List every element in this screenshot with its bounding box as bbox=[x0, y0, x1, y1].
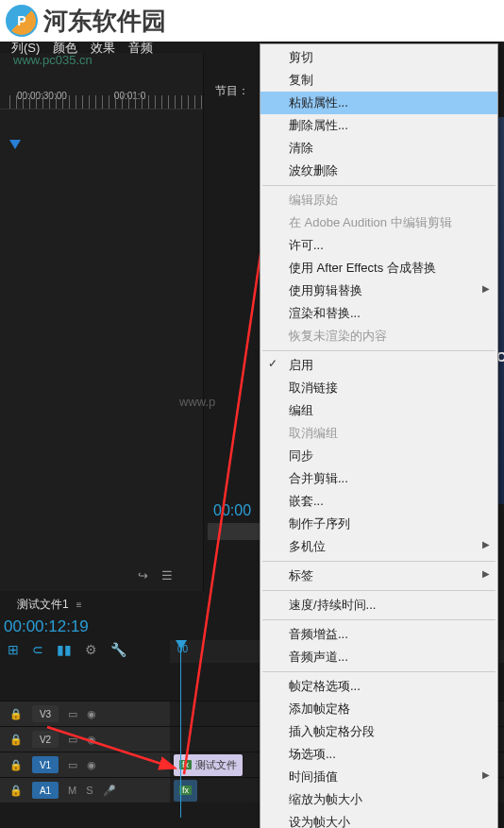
timeline-tools: ⊞ ⊂ ▮▮ ⚙ 🔧 bbox=[8, 642, 126, 657]
menu-item-4[interactable]: 清除 bbox=[260, 137, 497, 160]
lock-icon[interactable]: 🔒 bbox=[9, 734, 23, 746]
watermark-1: www.pc035.cn bbox=[13, 53, 92, 67]
settings-icon[interactable]: ⚙ bbox=[85, 642, 97, 657]
logo-text: 河东软件园 bbox=[43, 5, 166, 38]
menu-item-38[interactable]: 设为帧大小 bbox=[260, 811, 497, 828]
menu-item-0[interactable]: 剪切 bbox=[260, 46, 497, 69]
context-menu: 剪切复制粘贴属性...删除属性...清除波纹删除编辑原始在 Adobe Audi… bbox=[260, 43, 498, 828]
submenu-arrow-icon: ▶ bbox=[482, 539, 490, 549]
lock-icon[interactable]: 🔒 bbox=[9, 759, 23, 771]
menu-item-15[interactable]: 启用✓ bbox=[260, 354, 497, 377]
menu-item-12[interactable]: 渲染和替换... bbox=[260, 302, 497, 325]
mic-icon[interactable]: 🎤 bbox=[103, 785, 116, 797]
menu-separator bbox=[262, 590, 496, 591]
playhead-icon[interactable] bbox=[9, 140, 21, 149]
eye-icon[interactable]: ◉ bbox=[87, 708, 96, 720]
menu-separator bbox=[262, 185, 496, 186]
menu-item-30[interactable]: 音频声道... bbox=[260, 646, 497, 668]
solo-icon[interactable]: S bbox=[86, 785, 92, 796]
linked-selection-icon[interactable]: ⊂ bbox=[32, 642, 43, 657]
ruler-line bbox=[9, 95, 203, 109]
menu-item-1[interactable]: 复制 bbox=[260, 69, 497, 92]
menu-item-11[interactable]: 使用剪辑替换▶ bbox=[260, 279, 497, 302]
menu-separator bbox=[262, 671, 496, 672]
menu-item-17[interactable]: 编组 bbox=[260, 399, 497, 422]
eye-icon[interactable]: ◉ bbox=[87, 759, 96, 771]
menu-item-20[interactable]: 合并剪辑... bbox=[260, 467, 497, 490]
menu-item-22[interactable]: 制作子序列 bbox=[260, 513, 497, 535]
sequence-tab-menu-icon[interactable]: ≡ bbox=[76, 600, 82, 610]
track-badge-v3[interactable]: V3 bbox=[32, 705, 59, 722]
menu-item-21[interactable]: 嵌套... bbox=[260, 490, 497, 513]
mute-icon[interactable]: M bbox=[68, 785, 76, 796]
watermark-2: www.p bbox=[179, 395, 215, 409]
panel-menu-icon[interactable]: ☰ bbox=[161, 568, 173, 583]
submenu-arrow-icon: ▶ bbox=[482, 283, 490, 294]
eye-icon[interactable]: ◉ bbox=[87, 734, 96, 746]
lock-icon[interactable]: 🔒 bbox=[9, 785, 23, 797]
menu-item-34[interactable]: 插入帧定格分段 bbox=[260, 720, 497, 743]
wrench-icon[interactable]: 🔧 bbox=[110, 642, 126, 657]
menu-separator bbox=[262, 350, 496, 351]
sequence-tab-label: 测试文件1 bbox=[17, 597, 69, 613]
snap-icon[interactable]: ⊞ bbox=[8, 642, 19, 657]
audio-clip[interactable]: fx bbox=[174, 780, 197, 802]
source-panel: 00:00:30:00 00:01:0 bbox=[0, 53, 204, 591]
menu-item-13: 恢复未渲染的内容 bbox=[260, 325, 497, 347]
menu-item-27[interactable]: 速度/持续时间... bbox=[260, 594, 497, 617]
track-badge-v1[interactable]: V1 bbox=[32, 756, 59, 773]
menu-item-32[interactable]: 帧定格选项... bbox=[260, 675, 497, 698]
check-icon: ✓ bbox=[268, 357, 277, 370]
submenu-arrow-icon: ▶ bbox=[482, 769, 490, 780]
scrollbar-strip[interactable] bbox=[208, 523, 260, 540]
menu-item-7: 编辑原始 bbox=[260, 189, 497, 211]
export-icon[interactable]: ↪ bbox=[138, 568, 148, 583]
panel-controls: ↪ ☰ bbox=[138, 568, 173, 583]
timeline-playhead-line bbox=[180, 648, 181, 818]
video-clip[interactable]: fx 测试文件 bbox=[174, 754, 243, 776]
lock-icon[interactable]: 🔒 bbox=[9, 708, 23, 720]
menu-item-9[interactable]: 许可... bbox=[260, 234, 497, 257]
toggle-output-icon[interactable]: ▭ bbox=[68, 759, 77, 771]
menu-item-23[interactable]: 多机位▶ bbox=[260, 535, 497, 558]
timeline-timecode[interactable]: 00:00:12:19 bbox=[4, 617, 89, 636]
menu-separator bbox=[262, 619, 496, 620]
toggle-output-icon[interactable]: ▭ bbox=[68, 734, 77, 746]
menu-item-37[interactable]: 缩放为帧大小 bbox=[260, 788, 497, 811]
menu-item-35[interactable]: 场选项... bbox=[260, 743, 497, 766]
sequence-tab[interactable]: 测试文件1 ≡ bbox=[11, 593, 88, 617]
program-label: 节目： bbox=[215, 83, 249, 99]
menu-item-19[interactable]: 同步 bbox=[260, 445, 497, 467]
menu-item-25[interactable]: 标签▶ bbox=[260, 565, 497, 587]
menu-item-10[interactable]: 使用 After Effects 合成替换 bbox=[260, 257, 497, 279]
menu-item-3[interactable]: 删除属性... bbox=[260, 114, 497, 137]
submenu-arrow-icon: ▶ bbox=[482, 568, 490, 579]
menu-item-2[interactable]: 粘贴属性... bbox=[260, 92, 497, 114]
clip-label: 测试文件 bbox=[195, 758, 237, 772]
menu-item-16[interactable]: 取消链接 bbox=[260, 377, 497, 399]
logo-bar: P 河东软件园 bbox=[0, 0, 504, 42]
menu-item-36[interactable]: 时间插值▶ bbox=[260, 766, 497, 788]
logo-icon: P bbox=[6, 5, 38, 37]
menu-item-29[interactable]: 音频增益... bbox=[260, 623, 497, 646]
track-badge-a1[interactable]: A1 bbox=[32, 782, 59, 799]
menu-item-8: 在 Adobe Audition 中编辑剪辑 bbox=[260, 211, 497, 234]
program-timecode[interactable]: 00:00 bbox=[213, 502, 251, 519]
toggle-output-icon[interactable]: ▭ bbox=[68, 708, 77, 720]
menu-item-18: 取消编组 bbox=[260, 422, 497, 445]
menu-separator bbox=[262, 561, 496, 562]
menu-item-33[interactable]: 添加帧定格 bbox=[260, 698, 497, 720]
menu-item-5[interactable]: 波纹删除 bbox=[260, 160, 497, 182]
marker-icon[interactable]: ▮▮ bbox=[57, 642, 72, 657]
track-badge-v2[interactable]: V2 bbox=[32, 731, 59, 748]
